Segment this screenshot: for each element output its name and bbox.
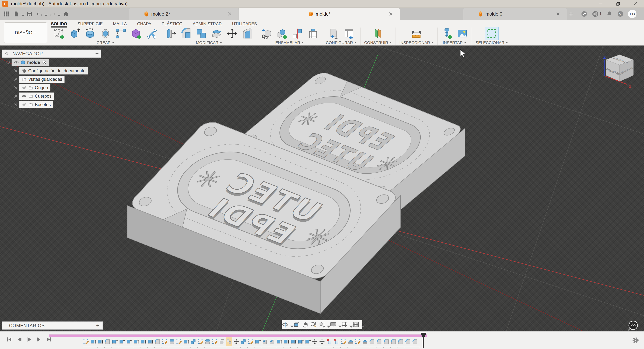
ribbon-group-label-crear[interactable]: CREAR [96,40,114,45]
ribbon-tab-administrar[interactable]: ADMINISTRAR [193,20,222,28]
timeline-item-sketch[interactable] [197,337,204,346]
timeline-playhead[interactable] [420,333,427,348]
timeline-item-delete[interactable] [326,337,332,346]
timeline-item-link[interactable] [226,337,232,346]
timeline-item-fillet[interactable] [405,337,411,346]
timeline-item-extrude[interactable] [112,337,118,346]
configuration-tool-button[interactable] [328,28,339,39]
visibility-eye-icon[interactable] [14,60,19,65]
window-close-button[interactable] [627,0,644,8]
notifications-icon[interactable] [606,11,613,17]
extrude-tool-button[interactable] [69,28,80,39]
timeline-item-move[interactable] [312,337,318,346]
timeline-item-extrude[interactable] [119,337,125,346]
timeline-item-fillet[interactable] [383,337,390,346]
timeline-rollback-bar[interactable] [49,334,427,337]
recent-jobs-icon[interactable]: 1 [592,11,602,17]
ribbon-tab-chapa[interactable]: CHAPA [137,20,152,28]
document-tab-molde2[interactable]: molde 2* [129,8,239,20]
timeline-item-fillet[interactable] [369,337,375,346]
timeline-item-fillet[interactable] [390,337,397,346]
workspace-selector[interactable]: DISEÑO [4,22,47,43]
save-button[interactable] [24,8,34,20]
ribbon-group-label-seleccionar[interactable]: SELECCIONAR [476,40,508,45]
bom-tool-button[interactable] [307,28,318,39]
timeline-item-extrude[interactable] [183,337,190,346]
insert-tool-button[interactable] [261,28,272,39]
pipe-tool-button[interactable] [146,28,157,39]
fit-icon[interactable] [318,321,328,328]
tree-label[interactable]: Bocetos [35,102,51,107]
timeline-item-extrude[interactable] [147,337,154,346]
tree-label[interactable]: Origen [35,85,48,90]
timeline-item-sketch[interactable] [340,337,347,346]
app-launcher-button[interactable] [2,8,11,20]
ribbon-tab-plástico[interactable]: PLÁSTICO [162,20,182,28]
timeline-item-move[interactable] [319,337,325,346]
model-viewport[interactable]: ✳ ✳ EPDI UTEC ✳ ✳ UTEC [0,46,644,331]
timeline-item-combine[interactable] [240,337,247,346]
select-tool-button[interactable] [485,27,498,40]
timeline-item-extrude[interactable] [254,337,261,346]
orbit-icon[interactable] [282,321,292,328]
activate-component-radio[interactable] [42,60,47,65]
timeline-item-extrude[interactable] [90,337,96,346]
ribbon-group-label-insertar[interactable]: INSERTAR [443,40,466,45]
document-tab-molde0[interactable]: molde 0 [464,8,567,20]
expand-node-button[interactable] [14,94,18,99]
fillet-rule-tool-button[interactable] [242,28,253,39]
step-forward-button[interactable] [35,335,43,343]
user-avatar[interactable]: LB [628,10,636,18]
timeline-item-sketch[interactable] [355,337,361,346]
timeline-item-extrude[interactable] [97,337,104,346]
timeline-item-fillet[interactable] [104,337,111,346]
feedback-bubble-icon[interactable] [628,320,638,331]
tree-row-cuerpos[interactable]: Cuerpos [14,93,105,100]
timeline-item-fillet[interactable] [376,337,382,346]
timeline-item-split[interactable] [169,337,175,346]
close-tab-icon[interactable] [227,11,232,17]
new-component-tool-button[interactable] [276,28,288,39]
help-icon[interactable]: ? [617,11,624,17]
tree-label[interactable]: Cuerpos [35,94,52,99]
new-tab-button[interactable] [568,11,574,17]
timeline-item-sketch[interactable] [247,337,254,346]
timeline-settings-gear-icon[interactable] [632,336,640,344]
ribbon-group-label-ensamblar[interactable]: ENSAMBLAR [275,40,304,45]
close-tab-icon[interactable] [555,11,561,17]
timeline-item-extrude[interactable] [276,337,282,346]
measure-tool-button[interactable] [411,28,422,39]
visibility-off-eye-icon[interactable] [22,85,26,90]
ribbon-tab-solido[interactable]: SOLIDO [51,20,67,28]
ribbon-group-label-construir[interactable]: CONSTRUIR [364,40,392,45]
home-button[interactable] [61,8,71,20]
window-minimize-button[interactable] [592,0,610,8]
expand-node-button[interactable] [14,102,18,107]
step-back-button[interactable] [16,335,23,343]
tree-label[interactable]: molde [27,60,40,65]
display-settings-icon[interactable] [330,321,340,328]
collapse-panel-icon[interactable] [4,51,9,56]
timeline-item-split[interactable] [204,337,211,346]
comments-bar[interactable]: COMENTARIOS + [2,321,103,329]
timeline-item-revolve[interactable] [348,337,354,346]
canvas-tool-button[interactable] [456,28,468,39]
timeline-item-extrude[interactable] [304,337,311,346]
close-tab-icon[interactable] [388,11,394,17]
viewports-icon[interactable] [352,321,362,328]
tree-row-vistas[interactable]: Vistas guardadas [14,76,105,83]
tree-row-configuracion[interactable]: Configuración del documento [14,67,105,75]
pattern-tool-button[interactable] [115,28,126,39]
undo-button[interactable] [34,8,48,20]
expand-node-button[interactable] [14,77,18,82]
config-table-tool-button[interactable] [343,28,355,39]
timeline-item-fillet[interactable] [412,337,418,346]
fillet-tool-button[interactable] [180,28,192,39]
visibility-off-eye-icon[interactable] [22,102,26,107]
sketch-tool-button[interactable] [54,28,65,39]
ribbon-group-label-configurar[interactable]: CONFIGURAR [326,40,357,45]
timeline-item-sketch[interactable] [212,337,218,346]
timeline-item-revolve[interactable] [362,337,368,346]
timeline-item-extrude[interactable] [133,337,139,346]
expand-node-button[interactable] [14,85,18,90]
